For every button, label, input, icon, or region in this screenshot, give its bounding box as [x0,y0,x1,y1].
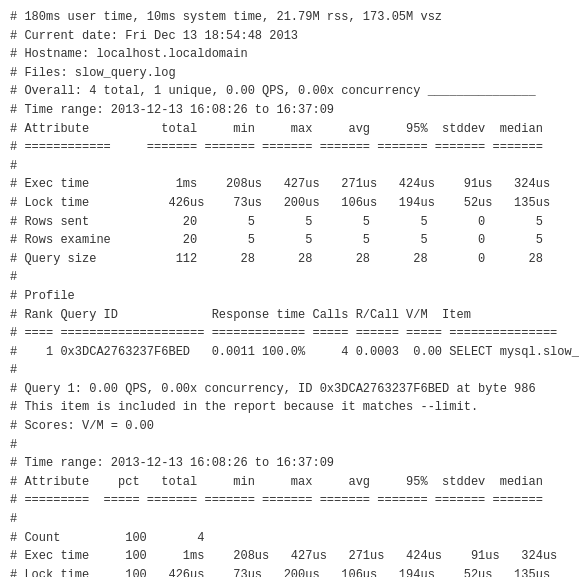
log-line: # Current date: Fri Dec 13 18:54:48 2013 [10,27,569,46]
log-line: # Attribute pct total min max avg 95% st… [10,473,569,492]
log-line: # Scores: V/M = 0.00 [10,417,569,436]
log-line: # Files: slow_query.log [10,64,569,83]
log-line: # [10,510,569,529]
log-line: # Rank Query ID Response time Calls R/Ca… [10,306,569,325]
log-line: # Lock time 426us 73us 200us 106us 194us… [10,194,569,213]
log-line: # Count 100 4 [10,529,569,548]
log-line: # Query 1: 0.00 QPS, 0.00x concurrency, … [10,380,569,399]
log-line: # Profile [10,287,569,306]
log-line: # [10,157,569,176]
content-area: # 180ms user time, 10ms system time, 21.… [10,8,569,577]
log-line: # 180ms user time, 10ms system time, 21.… [10,8,569,27]
log-line: # [10,268,569,287]
log-line: # This item is included in the report be… [10,398,569,417]
log-line: # Exec time 100 1ms 208us 427us 271us 42… [10,547,569,566]
log-line: # Time range: 2013-12-13 16:08:26 to 16:… [10,101,569,120]
log-line: # Time range: 2013-12-13 16:08:26 to 16:… [10,454,569,473]
log-line: # ========= ===== ======= ======= ======… [10,491,569,510]
log-line: # Rows examine 20 5 5 5 5 0 5 [10,231,569,250]
log-line: # [10,436,569,455]
log-line: # Hostname: localhost.localdomain [10,45,569,64]
log-line: # Rows sent 20 5 5 5 5 0 5 [10,213,569,232]
log-line: # Query size 112 28 28 28 28 0 28 [10,250,569,269]
log-line: # Attribute total min max avg 95% stddev… [10,120,569,139]
log-line: # [10,361,569,380]
log-line: # ============ ======= ======= ======= =… [10,138,569,157]
log-line: # ==== ==================== ============… [10,324,569,343]
log-line: # Exec time 1ms 208us 427us 271us 424us … [10,175,569,194]
log-line: # 1 0x3DCA2763237F6BED 0.0011 100.0% 4 0… [10,343,569,362]
log-line: # Lock time 100 426us 73us 200us 106us 1… [10,566,569,577]
log-line: # Overall: 4 total, 1 unique, 0.00 QPS, … [10,82,569,101]
